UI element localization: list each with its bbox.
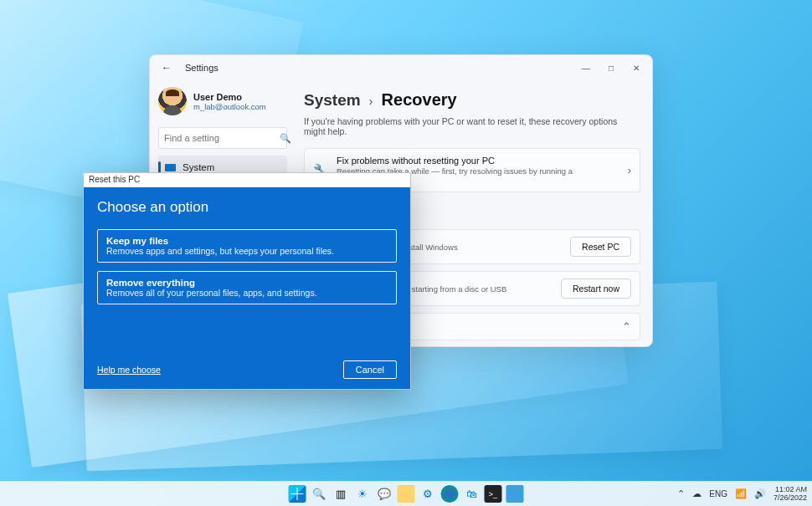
option-title: Keep my files — [106, 236, 388, 246]
clock-date: 7/26/2022 — [773, 494, 807, 503]
restart-now-button[interactable]: Restart now — [561, 279, 631, 299]
onedrive-icon[interactable]: ☁ — [692, 488, 702, 499]
search-input[interactable] — [164, 133, 280, 143]
chat-icon[interactable]: 💬 — [376, 485, 393, 503]
option-desc: Removes apps and settings, but keeps you… — [106, 246, 388, 256]
start-button[interactable] — [289, 485, 306, 503]
titlebar: ← Settings ― □ ✕ — [150, 55, 652, 80]
option-title: Remove everything — [106, 278, 388, 288]
maximize-button[interactable]: □ — [599, 58, 624, 78]
close-button[interactable]: ✕ — [624, 58, 649, 78]
breadcrumb-current: Recovery — [382, 90, 457, 110]
edge-icon[interactable] — [441, 485, 459, 503]
clock[interactable]: 11:02 AM 7/26/2022 — [773, 486, 807, 503]
taskbar: 🔍 ▥ ☀ 💬 ⚙ 🛍 >_ ⌃ ☁ ENG 📶 🔊 11:02 AM 7/26… — [0, 481, 812, 506]
profile-name: User Demo — [193, 92, 266, 102]
search-box[interactable]: 🔍 — [158, 127, 287, 149]
minimize-button[interactable]: ― — [573, 58, 599, 78]
page-subtitle: If you're having problems with your PC o… — [304, 116, 640, 136]
file-explorer-icon[interactable] — [398, 485, 415, 503]
reset-pc-button[interactable]: Reset PC — [570, 237, 631, 257]
chevron-right-icon: › — [628, 164, 631, 176]
window-title: Settings — [185, 63, 218, 73]
help-me-choose-link[interactable]: Help me choose — [97, 365, 161, 375]
option-desc: Removes all of your personal files, apps… — [106, 288, 388, 298]
store-icon[interactable]: 🛍 — [463, 485, 481, 503]
back-button[interactable]: ← — [158, 60, 175, 75]
volume-icon[interactable]: 🔊 — [754, 488, 766, 499]
monitor-icon — [165, 164, 176, 171]
breadcrumb: System › Recovery — [304, 90, 640, 110]
terminal-icon[interactable]: >_ — [485, 485, 502, 503]
search-icon[interactable]: 🔍 — [311, 485, 328, 503]
language-indicator[interactable]: ENG — [709, 489, 727, 498]
dialog-title: Reset this PC — [84, 173, 410, 187]
option-remove-everything[interactable]: Remove everything Removes all of your pe… — [97, 271, 397, 304]
cancel-button[interactable]: Cancel — [343, 360, 397, 379]
chevron-up-icon: ⌃ — [622, 320, 631, 333]
task-view-icon[interactable]: ▥ — [332, 485, 350, 503]
network-icon[interactable]: 📶 — [735, 488, 747, 499]
tile-title: Fix problems without resetting your PC — [337, 156, 619, 166]
breadcrumb-system[interactable]: System — [304, 91, 361, 110]
widgets-icon[interactable]: ☀ — [354, 485, 372, 503]
sidebar-item-label: System — [182, 162, 214, 172]
profile-email: m_lab@outlook.com — [193, 102, 266, 111]
avatar — [158, 87, 187, 115]
settings-icon[interactable]: ⚙ — [419, 485, 437, 503]
reset-dialog: Reset this PC Choose an option Keep my f… — [83, 172, 411, 390]
app-icon[interactable] — [506, 485, 524, 503]
chevron-right-icon: › — [369, 94, 373, 108]
search-icon: 🔍 — [280, 133, 291, 144]
dialog-heading: Choose an option — [97, 199, 397, 216]
option-keep-my-files[interactable]: Keep my files Removes apps and settings,… — [97, 229, 397, 263]
profile-block[interactable]: User Demo m_lab@outlook.com — [158, 85, 287, 124]
chevron-up-icon[interactable]: ⌃ — [677, 488, 685, 499]
